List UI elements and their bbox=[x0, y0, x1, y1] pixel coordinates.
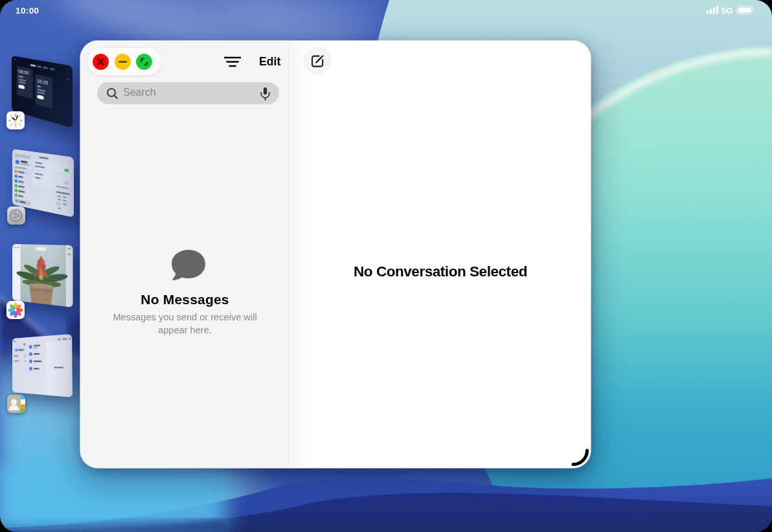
svg-text:9: 9 bbox=[9, 119, 11, 122]
svg-text:5G: 5G bbox=[721, 6, 733, 16]
